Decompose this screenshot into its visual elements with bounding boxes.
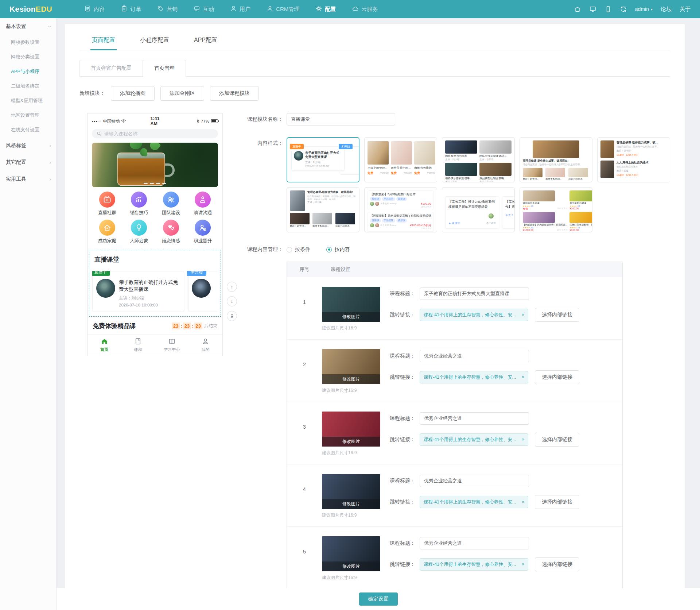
sidebar-group-实用工具[interactable]: 实用工具›: [0, 171, 56, 188]
course-title-input[interactable]: [420, 537, 529, 549]
next-course-card[interactable]: 未开始: [188, 271, 218, 312]
navbar-item-营销[interactable]: 营销: [151, 0, 184, 18]
edit-image-overlay[interactable]: 修改图片: [322, 499, 380, 509]
quick-nav-销售技巧[interactable]: 销售技巧: [123, 192, 155, 216]
phone-tab-学习中心[interactable]: 学习中心: [155, 337, 189, 352]
sidebar-item-APP与小程序[interactable]: APP与小程序: [0, 64, 56, 79]
select-internal-link-button[interactable]: 选择内部链接: [535, 495, 579, 509]
radio-按内容[interactable]: 按内容: [326, 246, 350, 253]
remove-link-icon[interactable]: ×: [522, 499, 524, 505]
course-image[interactable]: 修改图片: [322, 474, 380, 509]
confirm-settings-button[interactable]: 确定设置: [359, 592, 398, 606]
style-template-6[interactable]: 管理必修课-助你借力成事、破局而出! 结合商业实战，助推每一位职场人必不可少的上…: [287, 187, 359, 232]
phone-tab-我的[interactable]: 我的: [189, 337, 223, 352]
module-name-input[interactable]: [287, 113, 395, 126]
phone-search-input[interactable]: [104, 131, 214, 136]
quick-nav-大师启蒙[interactable]: 大师启蒙: [123, 220, 155, 244]
subtab-首页弹窗广告配置[interactable]: 首页弹窗广告配置: [79, 60, 143, 76]
sidebar-item-网校参数设置[interactable]: 网校参数设置: [0, 35, 56, 50]
course-image[interactable]: 修改图片: [322, 349, 380, 384]
select-internal-link-button[interactable]: 选择内部链接: [535, 308, 579, 322]
sidebar-group-基本设置[interactable]: 基本设置›: [0, 18, 56, 35]
select-internal-link-button[interactable]: 选择内部链接: [535, 557, 579, 571]
tab-页面配置[interactable]: 页面配置: [79, 36, 128, 50]
course-title-input[interactable]: [420, 287, 529, 300]
edit-image-overlay[interactable]: 修改图片: [322, 437, 380, 447]
admin-menu[interactable]: admin▾: [635, 6, 653, 12]
navbar-item-CRM管理[interactable]: CRM管理: [260, 0, 306, 18]
tab-小程序配置[interactable]: 小程序配置: [128, 36, 182, 50]
link-tag[interactable]: 课程-41个用得上的生存智慧，修心养性、安... ×: [420, 496, 528, 508]
sidebar-item-模型&应用管理[interactable]: 模型&应用管理: [0, 93, 56, 108]
add-module-button-添加轮播图[interactable]: 添加轮播图: [111, 86, 155, 101]
delete-module-button[interactable]: [227, 311, 237, 321]
openbook-icon: [168, 337, 176, 346]
mobile-icon[interactable]: [604, 5, 612, 13]
navbar-item-配置[interactable]: 配置: [309, 0, 342, 18]
sidebar-item-在线支付设置[interactable]: 在线支付设置: [0, 123, 56, 137]
edit-image-overlay[interactable]: 修改图片: [322, 312, 380, 322]
add-module-button-添加课程模块[interactable]: 添加课程模块: [210, 86, 259, 101]
navbar-item-订单[interactable]: 订单: [114, 0, 148, 18]
navbar-item-互动[interactable]: 互动: [187, 0, 221, 18]
course-image[interactable]: 修改图片: [322, 536, 380, 571]
remove-link-icon[interactable]: ×: [522, 437, 524, 442]
subtab-首页管理[interactable]: 首页管理: [143, 60, 186, 77]
quick-nav-职业晋升[interactable]: 职业晋升: [187, 220, 219, 244]
sidebar-item-地区设置管理[interactable]: 地区设置管理: [0, 108, 56, 123]
quick-nav-婚恋情感[interactable]: 婚恋情感: [155, 220, 187, 244]
course-title-input[interactable]: [420, 350, 529, 362]
navbar-item-内容[interactable]: 内容: [78, 0, 111, 18]
home-icon[interactable]: [574, 5, 581, 13]
phone-tab-课程[interactable]: 课程: [121, 337, 155, 352]
live-course-card[interactable]: 直播中 亲子教育的正确打开方式免费大型直播课 主讲：刘少端 2020-07-10…: [92, 271, 184, 312]
remove-link-icon[interactable]: ×: [522, 562, 524, 567]
carousel-banner[interactable]: [92, 143, 218, 187]
style-template-3[interactable]: 团队领导力的培养 主讲：刘少端 团队管理必学课15讲... 主讲：张依依 培养孩…: [442, 137, 515, 182]
add-module-button-添加金刚区[interactable]: 添加金刚区: [160, 86, 204, 101]
edit-image-overlay[interactable]: 修改图片: [322, 561, 380, 571]
style-template-1[interactable]: 直播中 亲子教育的正确打开方式免费大型直播课 主讲：刘少端 2020-07-10…: [287, 137, 359, 182]
link-tag[interactable]: 课程-41个用得上的生存智慧，修心养性、安... ×: [420, 558, 528, 571]
link-tag[interactable]: 课程-41个用得上的生存智慧，修心养性、安... ×: [420, 433, 528, 446]
monitor-icon[interactable]: [589, 5, 596, 13]
about-link[interactable]: 关于: [680, 6, 691, 13]
navbar-item-云服务[interactable]: 云服务: [345, 0, 384, 18]
radio-按条件[interactable]: 按条件: [287, 246, 310, 253]
quick-nav-演讲沟通[interactable]: 演讲沟通: [187, 192, 219, 216]
sidebar-group-风格标签[interactable]: 风格标签›: [0, 137, 56, 154]
refresh-icon[interactable]: [620, 5, 627, 13]
course-title-input[interactable]: [420, 412, 529, 425]
style-template-5[interactable]: 管理必修课-助你借力成事、破... 结合商业实战，助推每一位职场人必不... 主…: [597, 137, 670, 182]
remove-link-icon[interactable]: ×: [522, 375, 524, 380]
course-title-input[interactable]: [420, 475, 529, 487]
course-module-selected[interactable]: 直播课堂 直播中 亲子教育的正确打开方式免费大型直播课 主讲：刘少端 2020-…: [89, 250, 221, 317]
link-tag[interactable]: 课程-41个用得上的生存智慧，修心养性、安... ×: [420, 309, 528, 321]
select-internal-link-button[interactable]: 选择内部链接: [535, 433, 579, 447]
forum-link[interactable]: 论坛: [661, 6, 672, 13]
style-template-8[interactable]: 【高效工作】设计2.5D插画案例模板满足新年不同应用场景 ▲ 直播中 木子老师 …: [442, 187, 515, 232]
sidebar-group-其它配置[interactable]: 其它配置›: [0, 154, 56, 171]
app-logo[interactable]: KesionEDU: [9, 5, 52, 13]
navbar-item-用户[interactable]: 用户: [223, 0, 257, 18]
chart-icon: [131, 192, 147, 208]
style-template-2[interactable]: 用得上的管理... 免费¥99.00 两性关系中的... 免费¥99.00 自制…: [364, 137, 437, 182]
quick-nav-团队建设[interactable]: 团队建设: [155, 192, 187, 216]
sidebar-item-网校分类设置[interactable]: 网校分类设置: [0, 50, 56, 64]
style-template-7[interactable]: 【蚂蚁摄影】5分钟轻松拍出好照片 模板课产品运营摄影课 木子老师 Britany…: [364, 187, 437, 232]
move-down-button[interactable]: ↓: [227, 296, 237, 306]
quick-nav-成功家庭[interactable]: 成功家庭: [91, 220, 123, 244]
edit-image-overlay[interactable]: 修改图片: [322, 374, 380, 384]
link-tag[interactable]: 课程-41个用得上的生存智慧，修心养性、安... ×: [420, 371, 528, 383]
sidebar-item-二级域名绑定[interactable]: 二级域名绑定: [0, 79, 56, 93]
style-template-9[interactable]: 摄影学习基础课 ★★★★ 3.8 免费1547人学习 风光摄影后期课 ★★★★ …: [520, 187, 592, 232]
quick-nav-直播社群[interactable]: 直播社群: [91, 192, 123, 216]
course-image[interactable]: 修改图片: [322, 287, 380, 322]
select-internal-link-button[interactable]: 选择内部链接: [535, 370, 579, 384]
tab-APP配置[interactable]: APP配置: [182, 36, 230, 50]
remove-link-icon[interactable]: ×: [522, 312, 524, 317]
course-image[interactable]: 修改图片: [322, 412, 380, 447]
phone-tab-首页[interactable]: 首页: [88, 337, 121, 352]
style-template-4[interactable]: 管理必修课-助你借力成事、破局而出! 结合商业实战，助推每一位职场人必不可少的上…: [520, 137, 592, 182]
move-up-button[interactable]: ↑: [227, 282, 237, 292]
